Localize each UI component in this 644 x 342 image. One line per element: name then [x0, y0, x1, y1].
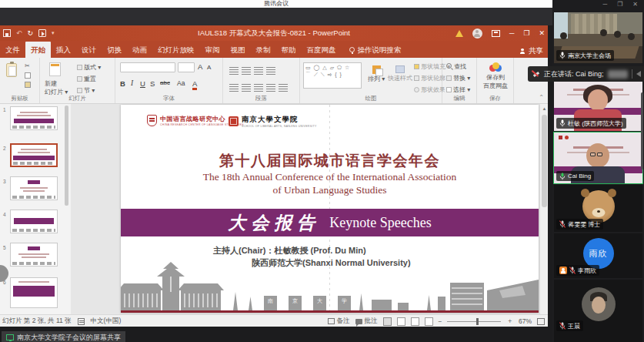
ribbon-display-options-icon[interactable]	[492, 30, 500, 37]
tell-me-search[interactable]: 操作说明搜索	[349, 42, 402, 58]
italic-button[interactable]: I	[131, 79, 133, 87]
tab-review[interactable]: 审阅	[200, 42, 225, 58]
normal-view-button[interactable]	[383, 317, 392, 326]
zoom-in-button[interactable]: ＋	[506, 317, 513, 326]
zoom-level[interactable]: 67%	[519, 317, 532, 325]
reading-view-button[interactable]	[411, 317, 419, 326]
columns-icon[interactable]	[279, 84, 288, 92]
tab-design[interactable]: 设计	[76, 42, 102, 58]
font-name-box[interactable]	[120, 62, 175, 72]
tab-help[interactable]: 帮助	[276, 42, 302, 58]
fit-to-window-icon[interactable]	[537, 318, 545, 325]
slide-thumbnail-6[interactable]	[10, 277, 58, 308]
slide-thumbnail-1[interactable]	[10, 106, 58, 130]
tab-animations[interactable]: 动画	[127, 42, 152, 58]
font-size-box[interactable]	[178, 62, 195, 72]
undo-icon[interactable]: ↶	[16, 29, 22, 37]
copy-icon[interactable]	[25, 72, 31, 79]
new-slide-button[interactable]: 新建幻灯片 ▾	[45, 79, 68, 96]
tab-transitions[interactable]: 切换	[102, 42, 127, 58]
arrange-button[interactable]: 排列 ▾	[368, 65, 385, 83]
font-color-button[interactable]: A	[192, 79, 197, 90]
canvas-scrollbar[interactable]: ▲	[539, 104, 548, 314]
share-button[interactable]: 共享	[519, 46, 543, 56]
slide-title-en-line1[interactable]: The 18th Annual Conference of the Intern…	[121, 171, 539, 183]
select-button[interactable]: 选择 ▾	[446, 86, 470, 94]
tab-slideshow[interactable]: 幻灯片放映	[152, 42, 200, 58]
qat-dropdown-icon[interactable]: ▾	[52, 30, 55, 36]
minimize-meeting-icon[interactable]: ─	[602, 0, 607, 9]
layout-button[interactable]: 版式 ▾	[77, 63, 101, 72]
grow-font-button[interactable]: A	[198, 62, 202, 71]
maximize-meeting-icon[interactable]: ❐	[617, 0, 622, 9]
notes-button[interactable]: 备注	[328, 317, 350, 326]
strikethrough-button[interactable]: abc	[160, 79, 170, 86]
slide-sorter-view-button[interactable]	[397, 317, 405, 326]
find-button[interactable]: 查找	[446, 62, 466, 71]
quick-styles-button[interactable]: 快速样式	[388, 65, 412, 82]
tab-insert[interactable]: 插入	[51, 42, 76, 58]
new-slide-icon[interactable]	[49, 62, 61, 76]
collapse-ribbon-icon[interactable]: ⌃	[539, 94, 544, 101]
tab-home[interactable]: 开始	[25, 42, 51, 58]
slide-thumbnail-3[interactable]	[10, 176, 58, 200]
participant-tile-yuxin[interactable]: 雨欣 李雨欣	[554, 233, 642, 278]
redo-icon[interactable]: ↻	[28, 29, 34, 37]
text-shadow-button[interactable]: S	[150, 79, 155, 88]
slide-canvas[interactable]: 中国语言战略研究中心 CHINA RESEARCH CENTER OF LANG…	[121, 105, 539, 313]
reset-button[interactable]: 重置	[77, 75, 96, 83]
bullets-icon[interactable]	[229, 67, 239, 75]
participant-tile-dumin[interactable]: 杜敏 (陕西师范大学)	[554, 82, 642, 131]
comments-button[interactable]: 批注	[355, 317, 378, 326]
slide-thumbnail-panel[interactable]: 1 2 3 4 5	[0, 104, 71, 314]
replace-button[interactable]: 替换 ▾	[446, 74, 470, 82]
close-button[interactable]: ✕	[539, 25, 545, 41]
collapse-toast-icon[interactable]	[636, 71, 641, 77]
numbering-icon[interactable]	[242, 67, 251, 75]
account-avatar[interactable]	[472, 28, 482, 39]
indent-increase-icon[interactable]	[266, 67, 275, 75]
annotation-pen-icon[interactable]	[532, 70, 540, 78]
shrink-font-button[interactable]: A	[207, 64, 211, 71]
slideshow-view-button[interactable]	[425, 317, 433, 326]
slide-title-cn[interactable]: 第十八届国际城市语言学会年会	[121, 151, 539, 171]
slide-title-en-line2[interactable]: of Urban Language Studies	[121, 184, 539, 196]
save-to-baidu-button[interactable]: 保存到百度网盘	[477, 62, 514, 90]
scroll-up-icon[interactable]: ▲	[541, 105, 548, 112]
align-right-icon[interactable]	[254, 84, 263, 92]
shapes-gallery[interactable]: ▭ ◯ △ ▱ ⬠ ☆⌒ ⟋ ⟍ ⇨ { }	[303, 62, 362, 89]
thumbnail-scrollbar[interactable]	[65, 106, 68, 206]
sidebar-scrollbar[interactable]	[641, 92, 643, 169]
slide-thumbnail-4[interactable]	[10, 210, 58, 233]
zoom-out-button[interactable]: −	[439, 317, 442, 325]
paste-icon[interactable]	[6, 63, 17, 77]
cut-icon[interactable]: ✂	[25, 62, 30, 69]
minimize-button[interactable]: ─	[509, 25, 514, 41]
align-center-icon[interactable]	[242, 84, 251, 92]
tab-view[interactable]: 视图	[225, 42, 251, 58]
align-left-icon[interactable]	[229, 84, 239, 92]
format-painter-icon[interactable]	[25, 82, 31, 88]
chair-line1[interactable]: 主持人(Chair)：杜敏教授 (Prof. Du Min)	[213, 245, 366, 256]
restore-button[interactable]: ❐	[523, 25, 529, 41]
spellcheck-icon[interactable]	[78, 318, 85, 325]
zoom-slider[interactable]	[447, 321, 501, 322]
warning-icon[interactable]	[455, 30, 463, 37]
tab-baidu-netdisk[interactable]: 百度网盘	[302, 42, 342, 58]
change-case-button[interactable]: Aa	[177, 79, 185, 87]
close-meeting-icon[interactable]: ✕	[632, 0, 638, 9]
indent-decrease-icon[interactable]	[254, 67, 263, 75]
participant-tile-caibing[interactable]: Cai Bing	[554, 132, 642, 183]
language-status[interactable]: 中文(中国)	[91, 317, 122, 326]
participant-tile-wang[interactable]: 王晨	[554, 280, 642, 342]
tab-file[interactable]: 文件	[0, 42, 25, 58]
participant-tile-room[interactable]: 南京大学主会场	[554, 12, 642, 63]
participant-tile-jiang[interactable]: 蒋雯雯 博士	[554, 185, 642, 232]
tab-record[interactable]: 录制	[251, 42, 276, 58]
bold-button[interactable]: B	[120, 79, 125, 88]
start-slideshow-icon[interactable]	[38, 29, 46, 37]
keynote-banner[interactable]: 大会报告 Keynote Speeches	[121, 209, 539, 236]
section-button[interactable]: 节 ▾	[77, 86, 95, 95]
logo-nju[interactable]: 南京大學文學院 SCHOOL OF LIBERAL ARTS, NANJING …	[229, 115, 317, 128]
underline-button[interactable]: U	[140, 79, 145, 88]
